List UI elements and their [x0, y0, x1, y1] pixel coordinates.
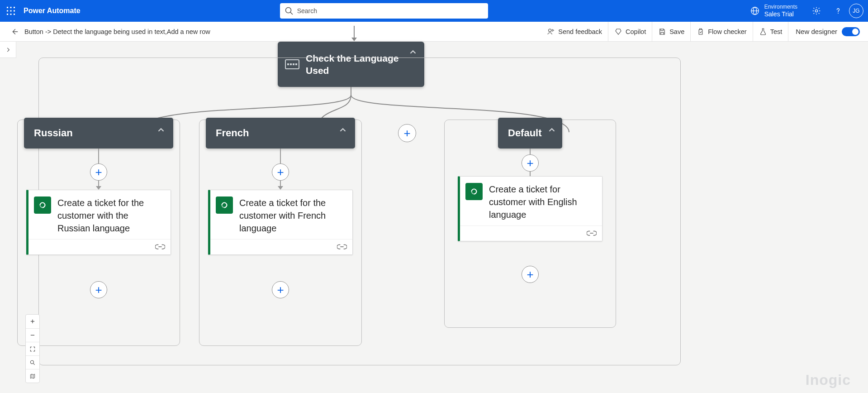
svg-rect-0: [7, 7, 8, 8]
copilot-icon: [614, 28, 622, 36]
watermark: Inogic: [806, 372, 851, 388]
zoom-in-button[interactable]: +: [26, 315, 39, 328]
case-french-header[interactable]: French: [206, 118, 355, 149]
save-button[interactable]: Save: [652, 22, 691, 42]
search-icon: [29, 359, 36, 366]
link-icon: [155, 244, 165, 251]
case-french: French + Create a ticket for the custome…: [199, 120, 362, 346]
copilot-label: Copilot: [626, 28, 646, 35]
svg-rect-1: [10, 7, 12, 8]
feedback-icon: [547, 28, 555, 36]
arrow-down-icon: [350, 26, 359, 42]
arrow-down-icon: [95, 149, 102, 164]
send-feedback-label: Send feedback: [558, 28, 602, 35]
flow-title: Button -> Detect the language being used…: [24, 28, 210, 35]
toggle-switch[interactable]: [842, 27, 860, 36]
svg-rect-8: [14, 14, 15, 15]
add-action-button[interactable]: +: [522, 266, 539, 283]
search-input[interactable]: [280, 3, 488, 19]
link-icon: [337, 244, 347, 251]
waffle-icon: [7, 7, 15, 15]
svg-rect-6: [7, 14, 8, 15]
new-designer-label: New designer: [796, 28, 837, 35]
fit-screen-button[interactable]: [26, 342, 39, 355]
search-icon: [285, 6, 294, 15]
gear-icon: [812, 6, 821, 15]
action-title: Create a ticket for the customer with Fr…: [239, 196, 345, 235]
back-button[interactable]: [9, 28, 20, 36]
svg-point-9: [285, 8, 291, 13]
save-icon: [658, 28, 666, 36]
environment-icon: [750, 6, 760, 16]
flow-checker-icon: [697, 28, 705, 36]
new-designer-toggle[interactable]: New designer: [788, 27, 860, 36]
action-title: Create a ticket for customer with Englis…: [489, 183, 595, 221]
svg-line-25: [33, 363, 35, 364]
command-bar: Button -> Detect the language being used…: [0, 22, 868, 42]
map-icon: [29, 373, 36, 379]
expand-panel-button[interactable]: [0, 42, 16, 58]
svg-point-14: [815, 10, 817, 12]
case-default-label: Default: [508, 127, 542, 139]
chevron-right-icon: [5, 47, 11, 53]
top-bar: Power Automate Environments Sales Trial …: [0, 0, 868, 22]
arrow-left-icon: [10, 28, 19, 36]
action-card-default[interactable]: Create a ticket for customer with Englis…: [458, 176, 602, 241]
action-card-french[interactable]: Create a ticket for the customer with Fr…: [208, 190, 353, 255]
chevron-up-icon[interactable]: [338, 125, 348, 135]
case-french-label: French: [216, 127, 249, 139]
minimap-button[interactable]: [26, 369, 39, 383]
svg-point-24: [30, 360, 33, 364]
environment-picker[interactable]: Environments Sales Trial: [742, 0, 806, 22]
copilot-button[interactable]: Copilot: [608, 22, 652, 42]
add-case-button[interactable]: +: [398, 124, 416, 142]
add-action-button[interactable]: +: [272, 163, 289, 181]
environment-name: Sales Trial: [764, 10, 797, 18]
add-action-button[interactable]: +: [90, 163, 107, 181]
chevron-up-icon[interactable]: [408, 47, 418, 57]
case-default-header[interactable]: Default: [498, 118, 562, 149]
flow-checker-label: Flow checker: [708, 28, 746, 35]
zoom-out-button[interactable]: −: [26, 328, 39, 342]
svg-rect-4: [10, 10, 12, 12]
search-canvas-button[interactable]: [26, 355, 39, 369]
arrow-down-icon: [277, 149, 284, 164]
help-icon: [834, 6, 843, 15]
dataverse-icon: [465, 183, 483, 200]
arrow-down-icon: [95, 181, 102, 191]
test-label: Test: [770, 28, 783, 35]
flow-checker-button[interactable]: Flow checker: [691, 22, 753, 42]
svg-rect-5: [14, 10, 15, 12]
add-action-button[interactable]: +: [272, 281, 289, 298]
action-card-russian[interactable]: Create a ticket for the customer with th…: [26, 190, 171, 255]
dataverse-icon: [216, 196, 233, 214]
add-action-button[interactable]: +: [90, 281, 107, 298]
svg-point-16: [549, 29, 551, 32]
svg-rect-7: [10, 14, 12, 15]
case-russian: Russian + Create a ticket for the custom…: [17, 120, 180, 346]
case-russian-label: Russian: [34, 127, 73, 139]
test-button[interactable]: Test: [753, 22, 789, 42]
action-title: Create a ticket for the customer with th…: [57, 196, 163, 235]
svg-rect-3: [7, 10, 8, 12]
dataverse-icon: [34, 196, 51, 214]
svg-line-10: [290, 12, 293, 14]
app-launcher-button[interactable]: [0, 0, 22, 22]
search-container: [280, 3, 488, 19]
add-action-button[interactable]: +: [522, 154, 539, 172]
arrow-down-icon: [526, 149, 534, 155]
settings-button[interactable]: [806, 0, 827, 22]
fit-icon: [29, 346, 36, 352]
designer-canvas[interactable]: Check the Language Used + Russian + Crea…: [0, 42, 868, 393]
case-default: Default + Create a ticket for customer w…: [444, 120, 616, 328]
help-button[interactable]: [827, 0, 849, 22]
brand-title: Power Automate: [22, 7, 81, 15]
svg-rect-2: [14, 7, 15, 8]
beaker-icon: [759, 28, 767, 36]
chevron-up-icon[interactable]: [156, 125, 166, 135]
user-avatar[interactable]: JG: [849, 4, 863, 18]
case-russian-header[interactable]: Russian: [24, 118, 173, 149]
canvas-tools: + −: [25, 314, 40, 383]
send-feedback-button[interactable]: Send feedback: [541, 22, 608, 42]
chevron-up-icon[interactable]: [547, 125, 557, 135]
